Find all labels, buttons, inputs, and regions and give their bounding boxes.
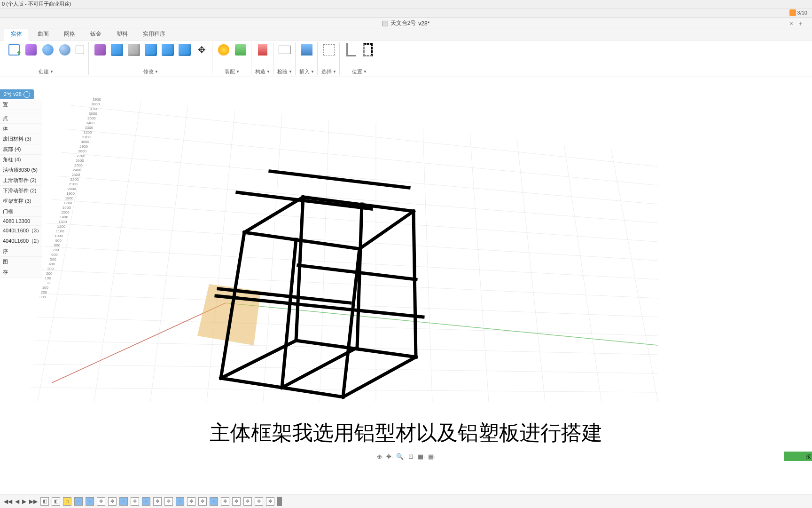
browser-item[interactable]: 门框 xyxy=(0,206,42,217)
browser-item[interactable] xyxy=(0,110,42,113)
tab-utilities[interactable]: 实用程序 xyxy=(136,28,172,40)
timeline-feature[interactable]: ✥ xyxy=(232,497,241,506)
svg-text:3000: 3000 xyxy=(81,140,89,144)
timeline-feature[interactable]: ▫ xyxy=(142,497,150,506)
timeline-prev-button[interactable]: ◀ xyxy=(15,498,19,505)
svg-text:2700: 2700 xyxy=(77,154,86,158)
browser-item[interactable]: 废旧材料 (3) xyxy=(0,134,42,144)
new-component-button[interactable] xyxy=(216,42,231,57)
split-button[interactable] xyxy=(177,42,192,57)
create-form-button[interactable] xyxy=(23,42,39,57)
position-button-2[interactable] xyxy=(360,42,375,57)
browser-item[interactable]: 底部 (4) xyxy=(0,144,42,155)
revolve-button[interactable] xyxy=(57,42,72,57)
eye-icon xyxy=(23,91,30,98)
svg-text:3300: 3300 xyxy=(85,126,93,130)
recovery-badge[interactable]: 3/10 xyxy=(789,9,807,16)
timeline-feature[interactable]: ▫ xyxy=(86,497,94,506)
browser-item[interactable]: 点 xyxy=(0,113,42,124)
browser-item[interactable]: 活动顶3030 (5) xyxy=(0,165,42,175)
timeline-feature[interactable]: ▫ xyxy=(119,497,128,506)
pan-button[interactable]: ✥· xyxy=(386,453,393,460)
timeline-feature[interactable]: ◧ xyxy=(52,497,60,506)
close-tab-button[interactable]: × xyxy=(789,20,793,27)
group-label-insert: 插入▼ xyxy=(299,68,314,75)
tab-sheetmetal[interactable]: 钣金 xyxy=(84,28,108,40)
browser-header[interactable]: 2号 v28 xyxy=(0,89,34,99)
joint-button[interactable] xyxy=(233,42,248,57)
measure-button[interactable] xyxy=(277,42,292,57)
browser-item[interactable]: 4040L1600（3） (1) xyxy=(0,226,42,236)
select-button[interactable] xyxy=(321,42,336,57)
timeline-feature[interactable]: ✥ xyxy=(187,497,195,506)
browser-item[interactable]: 序 xyxy=(0,246,42,257)
construct-plane-button[interactable] xyxy=(255,42,270,57)
browser-item[interactable]: 上滑动部件 (2) xyxy=(0,175,42,186)
timeline-feature[interactable]: ◧ xyxy=(40,497,49,506)
fit-button[interactable]: ⊡· xyxy=(408,453,415,460)
display-button[interactable]: ▦· xyxy=(418,453,425,460)
svg-text:500: 500 xyxy=(50,257,56,262)
svg-text:2200: 2200 xyxy=(70,177,79,182)
timeline-feature[interactable]: ✥ xyxy=(243,497,252,506)
timeline-feature[interactable]: ✥ xyxy=(108,497,117,506)
timeline-feature[interactable]: ✥ xyxy=(153,497,162,506)
timeline-feature[interactable]: ✥ xyxy=(266,497,274,506)
timeline-next-button[interactable]: ▶ xyxy=(22,498,26,505)
tab-plastic[interactable]: 塑料 xyxy=(110,28,134,40)
shell-button[interactable] xyxy=(143,42,158,57)
extrude-button[interactable] xyxy=(40,42,55,57)
group-label-position: 位置▼ xyxy=(352,68,367,75)
group-label-create: 创建▼ xyxy=(39,68,54,75)
box-button[interactable] xyxy=(74,44,86,56)
timeline-feature[interactable]: ✥ xyxy=(164,497,173,506)
timeline-feature[interactable]: ▫ xyxy=(210,497,218,506)
fillet-button[interactable] xyxy=(109,42,125,57)
document-tab[interactable]: 天文台2号 v28* xyxy=(383,19,430,27)
zoom-button[interactable]: 🔍· xyxy=(396,453,406,460)
presspull-button[interactable] xyxy=(93,42,108,57)
browser-item[interactable]: 图 xyxy=(0,257,42,267)
browser-item[interactable]: 角柱 (4) xyxy=(0,155,42,165)
model-frame[interactable] xyxy=(188,148,451,411)
window-title-bar: 0 (个人版 - 不可用于商业用途) xyxy=(0,0,812,8)
new-sketch-button[interactable] xyxy=(7,42,22,57)
svg-line-22 xyxy=(517,138,545,402)
browser-item[interactable]: 4080 L3300 xyxy=(0,217,42,226)
browser-item[interactable]: 体 xyxy=(0,124,42,134)
browser-item[interactable]: 下滑动部件 (2) xyxy=(0,186,42,196)
tab-surface[interactable]: 曲面 xyxy=(31,28,55,40)
move-button[interactable]: ✥ xyxy=(194,42,209,57)
timeline-feature[interactable]: ▫ xyxy=(176,497,184,506)
orbit-button[interactable]: ⊕· xyxy=(377,453,384,460)
chamfer-button[interactable] xyxy=(126,42,141,57)
grid-button[interactable]: ▤· xyxy=(428,453,436,460)
timeline-feature[interactable]: ▫ xyxy=(74,497,83,506)
browser-item[interactable]: 存 xyxy=(0,267,42,278)
combine-button[interactable] xyxy=(160,42,175,57)
timeline-feature[interactable]: ✥ xyxy=(131,497,139,506)
svg-line-21 xyxy=(470,134,489,402)
browser-doc-name: 2号 v28 xyxy=(4,91,22,98)
tab-mesh[interactable]: 网格 xyxy=(57,28,82,40)
timeline-end-button[interactable]: ▶▶ xyxy=(29,498,38,505)
position-button[interactable] xyxy=(344,42,359,57)
new-tab-button[interactable]: + xyxy=(799,20,803,27)
timeline-feature[interactable]: ✥ xyxy=(97,497,105,506)
browser-panel[interactable]: 置点体废旧材料 (3)底部 (4)角柱 (4)活动顶3030 (5)上滑动部件 … xyxy=(0,100,42,278)
tab-solid[interactable]: 实体 xyxy=(4,28,29,40)
svg-text:2300: 2300 xyxy=(71,173,80,177)
browser-item[interactable]: 4040L1600（2） (2) xyxy=(0,236,42,246)
timeline-scrubber[interactable] xyxy=(277,497,282,506)
video-caption: 主体框架我选用铝型材以及铝塑板进行搭建 xyxy=(210,419,602,447)
timeline-feature[interactable]: □ xyxy=(63,497,71,506)
browser-item[interactable]: 框架支撑 (3) xyxy=(0,196,42,206)
svg-line-82 xyxy=(219,289,350,303)
ribbon-group-insert: 插入▼ xyxy=(297,42,318,75)
timeline-rewind-button[interactable]: ◀◀ xyxy=(4,498,12,505)
timeline-feature[interactable]: ✥ xyxy=(255,497,263,506)
browser-item[interactable]: 置 xyxy=(0,100,42,110)
timeline-feature[interactable]: ✥ xyxy=(221,497,229,506)
timeline-feature[interactable]: ✥ xyxy=(198,497,207,506)
insert-button[interactable] xyxy=(299,42,314,57)
